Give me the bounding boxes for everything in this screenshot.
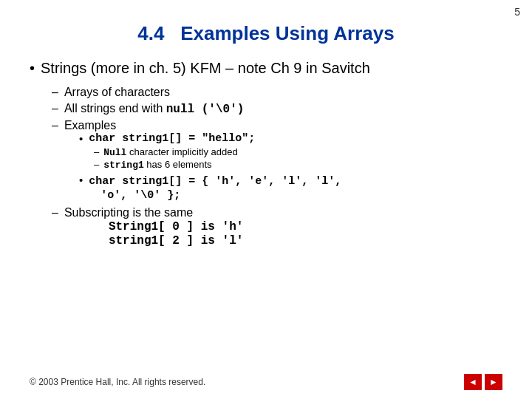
sub-item-arrays: – Arrays of characters — [52, 86, 502, 99]
prev-button[interactable]: ◄ — [464, 374, 482, 390]
dash-icon: – — [94, 146, 99, 157]
footer-copyright: © 2003 Prentice Hall, Inc. All rights re… — [30, 377, 205, 387]
null-text: All strings end with null ('\0') — [64, 102, 244, 116]
bullet-small: • — [79, 132, 83, 145]
subscript-line-1: String1[ 0 ] is 'h' — [109, 219, 243, 233]
next-button[interactable]: ► — [485, 374, 502, 390]
dash-icon: – — [52, 86, 58, 99]
bullet-small: • — [79, 174, 83, 186]
sub-item-examples: – Examples • char string1[] = "hello"; –… — [52, 119, 502, 203]
bullet-dot: • — [30, 60, 35, 77]
dash-icon: – — [52, 119, 58, 132]
arrays-of-chars-text: Arrays of characters — [64, 86, 170, 99]
code-array-2: 'o', '\0' }; — [100, 189, 180, 202]
dash-icon: – — [94, 159, 99, 170]
code-hello: char string1[] = "hello"; — [89, 132, 255, 145]
string1-elements: – string1 has 6 elements — [94, 159, 341, 171]
null-implicit: – Null character implicitly added — [94, 146, 341, 158]
examples-label: Examples — [64, 119, 116, 132]
main-bullet-text: Strings (more in ch. 5) KFM – note Ch 9 … — [41, 60, 370, 77]
sub-item-null: – All strings end with null ('\0') — [52, 102, 502, 116]
code-example-2: • char string1[] = { 'h', 'e', 'l', 'l',… — [79, 174, 341, 202]
string1-elements-text: string1 has 6 elements — [103, 159, 211, 171]
nav-buttons: ◄ ► — [464, 374, 502, 390]
page-number: 5 — [514, 6, 520, 18]
dash-icon: – — [52, 102, 58, 115]
subscript-text: Subscripting is the same — [64, 206, 193, 219]
sub-item-subscript: – Subscripting is the same String1[ 0 ] … — [52, 206, 502, 248]
dash-icon: – — [52, 206, 58, 219]
null-implicit-text: Null character implicitly added — [103, 146, 238, 158]
code-example-1: • char string1[] = "hello"; — [79, 132, 341, 145]
subscript-line-2: string1[ 2 ] is 'l' — [109, 233, 243, 248]
slide-title: 4.4 Examples Using Arrays — [30, 22, 502, 45]
code-array: char string1[] = { 'h', 'e', 'l', 'l', — [89, 175, 341, 188]
